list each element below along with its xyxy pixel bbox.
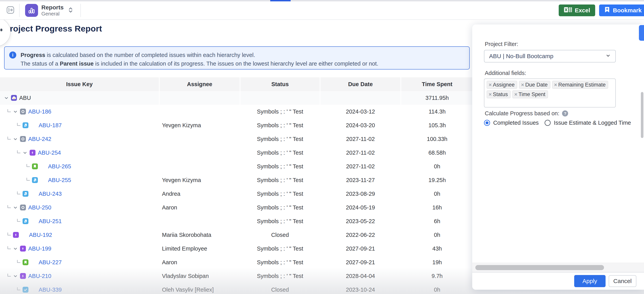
assignee-cell: [160, 159, 240, 173]
project-filter-label: Project Filter:: [485, 41, 518, 47]
table-row: ABU-243AndreaSymbols ; : ' " Test2023-08…: [0, 187, 473, 201]
issue-key-link[interactable]: ABU-254: [38, 149, 61, 156]
cancel-button[interactable]: Cancel: [609, 275, 636, 287]
column-header-due-date[interactable]: Due Date: [320, 77, 400, 91]
column-header-status[interactable]: Status: [240, 77, 320, 91]
tree-connector-icon: [8, 274, 11, 277]
task-type-icon: [22, 287, 28, 293]
radio-label[interactable]: Issue Estimate & Logged Time: [554, 120, 631, 126]
chevron-down-icon[interactable]: [22, 150, 28, 155]
radio-label[interactable]: Completed Issues: [493, 120, 539, 126]
excel-button-label: Excel: [575, 7, 590, 14]
table-row: ABU-251Symbols ; : ' " Test2023-05-226h: [0, 214, 473, 228]
field-tag[interactable]: ×Remaining Estimate: [552, 81, 608, 89]
table-body: ABU3711.95hABU-186Symbols ; : ' " Test20…: [0, 91, 473, 294]
time-spent-cell: 0h: [401, 159, 473, 173]
column-header-issue-key[interactable]: Issue Key: [0, 77, 159, 91]
app-subtitle: General: [42, 11, 64, 16]
radio-unselected[interactable]: [544, 120, 551, 126]
remove-tag-icon[interactable]: ×: [489, 91, 492, 98]
epic-type-icon: [20, 246, 26, 252]
status-cell: Closed: [240, 228, 320, 242]
reports-app-icon[interactable]: [25, 4, 38, 17]
column-header-assignee[interactable]: Assignee: [160, 77, 240, 91]
apply-button[interactable]: Apply: [574, 275, 606, 287]
issue-key-link[interactable]: ABU-187: [39, 122, 62, 129]
issue-key-link[interactable]: ABU-251: [39, 218, 62, 225]
field-tag[interactable]: ×Time Spent: [512, 90, 548, 98]
chevron-down-icon[interactable]: [13, 205, 18, 210]
issue-key-link[interactable]: ABU-242: [28, 136, 52, 142]
time-spent-cell: 19.25h: [401, 173, 473, 187]
additional-fields-multiselect[interactable]: ×Assignee×Due Date×Remaining Estimate×St…: [484, 78, 616, 108]
horizontal-scrollbar-thumb[interactable]: [475, 265, 604, 270]
time-spent-cell: 100.33h: [401, 132, 473, 146]
additional-fields-label: Additional fields:: [485, 70, 526, 76]
due-date-cell: 2023-08-29: [320, 187, 400, 201]
remove-tag-icon[interactable]: ×: [554, 82, 557, 88]
chevron-down-icon[interactable]: [4, 96, 9, 100]
app-switcher-chevrons-icon[interactable]: [68, 6, 73, 15]
info-banner: i Progress is calculated based on the nu…: [4, 46, 470, 69]
project-key-label: ABU: [19, 95, 31, 101]
issue-key-link[interactable]: ABU-227: [39, 259, 62, 266]
issue-key-link[interactable]: ABU-339: [39, 287, 62, 293]
status-cell: Symbols ; : ' " Test: [240, 255, 320, 269]
issue-key-link[interactable]: ABU-243: [39, 191, 62, 197]
time-spent-cell: 0h: [401, 228, 473, 242]
tree-connector-icon: [8, 137, 11, 140]
tree-connector-icon: [8, 109, 11, 112]
issue-key-link[interactable]: ABU-192: [29, 232, 52, 238]
tree-connector-icon: [17, 150, 20, 153]
issue-key-link[interactable]: ABU-199: [28, 245, 52, 252]
remove-tag-icon[interactable]: ×: [489, 82, 492, 88]
panel-horizontal-scrollbar[interactable]: [472, 263, 644, 272]
page-vertical-scrollbar-thumb[interactable]: [641, 92, 644, 138]
status-cell: Symbols ; : ' " Test: [240, 173, 320, 187]
table-row: ABU-192Mariia SkorobohataClosed2022-06-2…: [0, 228, 473, 242]
help-icon[interactable]: ?: [562, 110, 568, 117]
chevron-down-icon: [606, 53, 611, 59]
chevron-down-icon[interactable]: [13, 109, 18, 114]
design-type-icon: [22, 191, 28, 197]
issue-key-link[interactable]: ABU-265: [48, 163, 71, 170]
excel-export-button[interactable]: Excel: [559, 4, 595, 16]
chevron-down-icon[interactable]: [13, 246, 18, 251]
issue-key-link[interactable]: ABU-250: [28, 204, 52, 211]
due-date-cell: [320, 91, 400, 105]
issue-key-link[interactable]: ABU-210: [28, 273, 52, 279]
edge-button-fragment[interactable]: rt: [639, 25, 644, 41]
remove-tag-icon[interactable]: ×: [514, 91, 517, 98]
field-tag[interactable]: ×Assignee: [487, 81, 517, 89]
assignee-cell: Yevgen Kizyma: [160, 118, 240, 132]
status-cell: Symbols ; : ' " Test: [240, 201, 320, 214]
table-row: ABU-210Vladyslav SobipanSymbols ; : ' " …: [0, 269, 473, 283]
column-header-time-spent[interactable]: Time Spent: [401, 77, 473, 91]
tree-connector-icon: [17, 219, 20, 222]
remove-tag-icon[interactable]: ×: [521, 82, 524, 88]
issue-key-link[interactable]: ABU-186: [28, 108, 52, 115]
table-row: ABU-250AaronSymbols ; : ' " Test2024-05-…: [0, 201, 473, 214]
assignee-cell: Andrea: [160, 187, 240, 201]
chevron-down-icon[interactable]: [13, 137, 18, 142]
assignee-cell: Oleh Vasyliv [Reliex]: [160, 283, 240, 294]
tree-connector-icon: [17, 191, 20, 194]
topbar-divider: [80, 4, 81, 17]
bookmark-button-label: Bookmark: [613, 7, 642, 14]
field-tag[interactable]: ×Status: [487, 90, 510, 98]
page-loading-bar-segment: [270, 0, 290, 1]
epic-type-icon: [20, 273, 26, 279]
field-tag[interactable]: ×Due Date: [519, 81, 550, 89]
tree-connector-icon: [8, 246, 11, 249]
collapse-sidebar-button[interactable]: [6, 6, 15, 15]
project-filter-select[interactable]: ABU | No-Bull Bootcamp: [484, 50, 616, 62]
chevron-down-icon[interactable]: [13, 274, 18, 279]
assignee-cell: [160, 214, 240, 228]
radio-selected[interactable]: [484, 120, 490, 126]
due-date-cell: 2027-09-21: [320, 255, 400, 269]
assignee-cell: Mariia Skorobohata: [160, 228, 240, 242]
bookmark-button[interactable]: Bookmark: [599, 4, 644, 16]
top-bar: Reports General Excel Bookmark: [0, 1, 644, 20]
issue-key-link[interactable]: ABU-255: [48, 177, 71, 183]
help-bubble-fragment[interactable]: [0, 17, 10, 47]
